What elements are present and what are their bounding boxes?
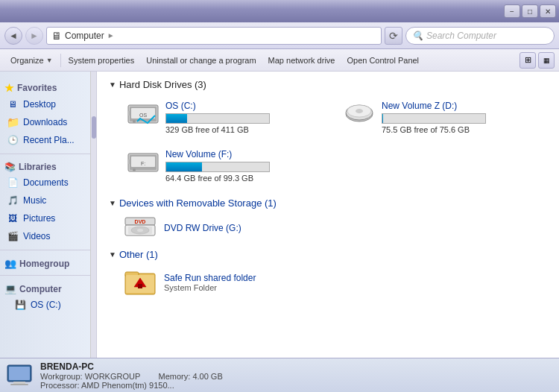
memory-spacer [142, 372, 156, 381]
drive-item-f: F: New Volume (F:) 64.4 GB free of 99.3 … [124, 146, 331, 186]
sidebar-divider-1 [0, 154, 96, 154]
svg-point-9 [356, 109, 363, 113]
homegroup-label: Homegroup [19, 259, 69, 269]
hard-drives-title: Hard Disk Drives (3) [119, 79, 206, 90]
libraries-label: Libraries [19, 162, 57, 172]
desktop-label: Desktop [23, 99, 56, 110]
pictures-label: Pictures [23, 213, 55, 224]
libraries-icon: 📚 [4, 162, 16, 172]
other-title: Other (1) [119, 249, 158, 260]
back-button[interactable]: ◄ [4, 27, 22, 45]
homegroup-section: 👥 Homegroup [0, 253, 96, 272]
computer-status-icon [6, 362, 33, 389]
svg-rect-28 [9, 367, 30, 380]
main-content: ★ Favorites 🖥 Desktop 📁 Downloads 🕒 Rece… [0, 72, 559, 358]
sidebar-item-downloads[interactable]: 📁 Downloads [0, 113, 96, 131]
sidebar-item-os-c[interactable]: 💾 OS (C:) [0, 296, 96, 314]
documents-icon: 📄 [6, 176, 19, 189]
processor-info: Processor: AMD Phenom(tm) 9150... [40, 381, 223, 390]
svg-text:OS: OS [139, 113, 147, 118]
sidebar-divider-2 [0, 250, 96, 250]
drive-info-c: OS (C:) 329 GB free of 411 GB [165, 101, 328, 134]
dvd-drive-name[interactable]: DVD RW Drive (G:) [164, 223, 241, 233]
svg-point-3 [133, 120, 136, 123]
drive-info-f: New Volume (F:) 64.4 GB free of 99.3 GB [165, 149, 328, 183]
favorites-header[interactable]: ★ Favorites [0, 79, 96, 95]
hard-drives-header[interactable]: ▼ Hard Disk Drives (3) [109, 79, 547, 90]
search-icon: 🔍 [412, 31, 423, 41]
drive-c-icon: OS [127, 101, 160, 127]
system-properties-button[interactable]: System properties [63, 52, 141, 69]
svg-rect-29 [13, 382, 25, 384]
minimize-button[interactable]: − [504, 4, 520, 18]
address-bar: ◄ ► 🖥 Computer ► ⟳ 🔍 Search Computer [0, 22, 559, 49]
svg-rect-30 [10, 384, 28, 385]
svg-point-13 [133, 168, 136, 171]
sidebar-item-pictures[interactable]: 🖼 Pictures [0, 209, 96, 227]
drive-bar-fill-f [166, 162, 202, 171]
workgroup-label: Workgroup: WORKGROUP [40, 372, 140, 381]
desktop-icon: 🖥 [6, 98, 19, 111]
organize-button[interactable]: Organize ▼ [4, 52, 59, 69]
videos-label: Videos [23, 231, 50, 241]
removable-arrow: ▼ [109, 199, 116, 207]
status-info: BRENDA-PC Workgroup: WORKGROUP Memory: 4… [40, 361, 223, 390]
toolbar: Organize ▼ System properties Uninstall o… [0, 49, 559, 72]
removable-header[interactable]: ▼ Devices with Removable Storage (1) [109, 197, 547, 209]
address-arrow: ► [107, 31, 115, 39]
sidebar-item-desktop[interactable]: 🖥 Desktop [0, 95, 96, 113]
close-button[interactable]: ✕ [540, 4, 556, 18]
sidebar-item-recent[interactable]: 🕒 Recent Pla... [0, 131, 96, 149]
svg-text:DVD: DVD [135, 219, 146, 224]
saferun-name[interactable]: Safe Run shared folder [164, 273, 256, 283]
removable-title: Devices with Removable Storage (1) [119, 197, 277, 209]
other-header[interactable]: ▼ Other (1) [109, 249, 547, 260]
sidebar-divider-3 [0, 275, 96, 276]
libraries-header[interactable]: 📚 Libraries [0, 159, 96, 174]
workgroup-info: Workgroup: WORKGROUP Memory: 4.00 GB [40, 372, 223, 381]
videos-icon: 🎬 [6, 230, 19, 243]
sidebar-scrollbar[interactable] [90, 72, 96, 358]
computer-section: 💻 Computer 💾 OS (C:) [0, 279, 96, 315]
map-network-button[interactable]: Map network drive [262, 52, 341, 69]
homegroup-header[interactable]: 👥 Homegroup [0, 255, 96, 271]
documents-label: Documents [23, 177, 69, 188]
search-box[interactable]: 🔍 Search Computer [405, 27, 555, 45]
drive-info-d: New Volume Z (D:) 75.5 GB free of 75.6 G… [382, 101, 544, 134]
sidebar-item-music[interactable]: 🎵 Music [0, 192, 96, 209]
svg-point-21 [137, 229, 143, 232]
downloads-label: Downloads [23, 117, 67, 127]
uninstall-button[interactable]: Uninstall or change a program [140, 52, 262, 69]
view-options-button[interactable]: ⊞ [519, 52, 536, 69]
homegroup-icon: 👥 [4, 258, 16, 269]
drive-name-c[interactable]: OS (C:) [165, 101, 328, 111]
libraries-section: 📚 Libraries 📄 Documents 🎵 Music 🖼 Pictur… [0, 157, 96, 247]
view-controls: ⊞ ▦ [519, 52, 555, 69]
drive-name-f[interactable]: New Volume (F:) [165, 149, 328, 159]
preview-pane-button[interactable]: ▦ [538, 52, 555, 69]
drive-bar-bg-d [382, 113, 486, 124]
scrollbar-thumb[interactable] [92, 116, 96, 139]
hard-drives-arrow: ▼ [109, 80, 116, 89]
favorites-section: ★ Favorites 🖥 Desktop 📁 Downloads 🕒 Rece… [0, 78, 96, 151]
computer-header[interactable]: 💻 Computer [0, 280, 96, 296]
drive-c-icon: 💾 [13, 298, 27, 312]
window-controls: − □ ✕ [504, 4, 556, 18]
drive-c-label: OS (C:) [31, 300, 61, 310]
other-item-saferun: Safe Run shared folder System Folder [109, 266, 547, 299]
toolbar-separator-1 [60, 54, 61, 67]
drive-item-d: New Volume Z (D:) 75.5 GB free of 75.6 G… [340, 98, 547, 137]
address-path[interactable]: 🖥 Computer ► [46, 27, 382, 45]
maximize-button[interactable]: □ [522, 4, 538, 18]
other-arrow: ▼ [109, 250, 116, 259]
content-area: ▼ Hard Disk Drives (3) OS [97, 72, 559, 358]
refresh-icon: ⟳ [389, 30, 398, 42]
computer-name: BRENDA-PC [40, 361, 223, 372]
sidebar-item-documents[interactable]: 📄 Documents [0, 174, 96, 192]
address-path-icon: 🖥 [51, 30, 62, 42]
sidebar-item-videos[interactable]: 🎬 Videos [0, 227, 96, 245]
forward-button[interactable]: ► [25, 27, 43, 45]
drive-name-d[interactable]: New Volume Z (D:) [382, 101, 544, 111]
refresh-button[interactable]: ⟳ [385, 27, 402, 45]
open-control-panel-button[interactable]: Open Control Panel [341, 52, 425, 69]
